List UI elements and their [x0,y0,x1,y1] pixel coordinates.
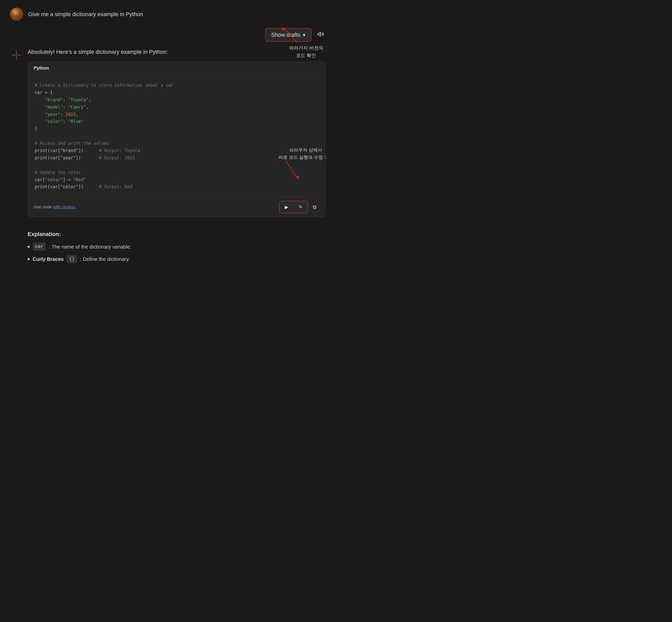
code-model-val: "Camry" [68,105,86,110]
code-color-access: "color" [45,177,63,182]
avatar [10,7,23,21]
code-output-red: # Output: Red [99,184,132,189]
run-edit-group: ▶ ✎ [279,201,308,213]
annotation-arrow-bottom [283,161,308,181]
edit-code-button[interactable]: ✎ [293,201,307,213]
code-comment-1: # Create a dictionary to store informati… [35,83,174,88]
curly-braces-description: : Define the dictionary. [80,255,130,263]
code-brand-key: "brand" [35,97,63,102]
svg-line-1 [283,27,297,42]
svg-marker-0 [318,32,321,36]
code-block-footer: Use code with caution. ▶ [28,197,326,217]
explanation-list: car : The name of the dictionary variabl… [28,243,326,263]
code-output-brand: # Output: Toyota [99,148,140,153]
car-code-inline: car [33,243,46,251]
explanation-title: Explanation: [28,231,326,238]
speaker-icon [318,31,324,37]
code-block-container: Python # Create a dictionary to store in… [28,61,326,217]
code-comment-3: # Update the color [35,170,81,175]
code-pre: # Create a dictionary to store informati… [35,82,319,191]
code-block-header: Python [28,61,326,76]
code-color-val: "Blue" [68,119,83,124]
svg-marker-2 [282,27,285,31]
ai-avatar [10,49,23,61]
code-color-key: "color" [35,119,63,124]
run-code-button[interactable]: ▶ [280,201,293,213]
code-print-color: print(car["color"]) [35,184,99,189]
code-print-brand: print(car["brand"]) [35,148,99,153]
code-var-car: car = { [35,90,53,95]
user-message-text: Give me a simple dictionary example in P… [28,7,143,19]
svg-marker-4 [295,176,299,179]
user-avatar-image [10,7,23,21]
code-print-year: print(car["year"]) [35,155,99,160]
use-code-text: Use code with caution. [34,205,77,210]
code-comment-2: # Access and print the values [35,141,109,146]
annotation-bottom-text: 브라우저 상에서 바로 코드 실행과 수정 가능 [278,146,326,161]
code-year-val: 2023 [66,112,76,117]
code-model-key: "model" [35,105,63,110]
bullet-icon [28,246,30,248]
user-message-row: Give me a simple dictionary example in P… [10,7,326,21]
drafts-row: Show drafts ▾ [10,28,326,42]
code-actions: ▶ ✎ ⧉ [279,201,320,213]
code-close-brace: } [35,126,37,131]
speaker-button[interactable] [315,29,326,41]
code-brand-val: "Toyota" [68,97,89,102]
copy-code-button[interactable]: ⧉ [309,202,320,213]
bullet-icon-2 [28,258,30,260]
chevron-down-icon: ▾ [303,32,305,38]
explanation-section: Explanation: car : The name of the dicti… [10,229,326,263]
car-description: : The name of the dictionary variable. [49,243,131,250]
list-item: Curly Braces {} : Define the dictionary. [28,255,326,263]
code-block-body: # Create a dictionary to store informati… [28,76,326,197]
annotation-arrow-top [279,26,300,44]
gemini-star-icon [11,49,22,61]
annotation-bottom: 브라우저 상에서 바로 코드 실행과 수정 가능 [278,146,326,161]
with-caution-link[interactable]: with caution. [53,205,77,209]
code-red-val: "Red" [73,177,86,182]
ai-intro-text: Absolutely! Here's a simple dictionary e… [28,48,326,56]
code-year-key: "year" [35,112,60,117]
annotation-top: 여러가지 버전의 코드 확인 [289,44,324,60]
ai-message-row: Absolutely! Here's a simple dictionary e… [10,48,326,222]
code-output-year: # Output: 2023 [99,155,135,160]
curly-braces-code: {} [67,255,77,263]
ai-content: Absolutely! Here's a simple dictionary e… [28,48,326,222]
list-item: car : The name of the dictionary variabl… [28,243,326,251]
annotation-top-text: 여러가지 버전의 코드 확인 [289,44,324,60]
curly-braces-bold: Curly Braces [33,255,64,263]
